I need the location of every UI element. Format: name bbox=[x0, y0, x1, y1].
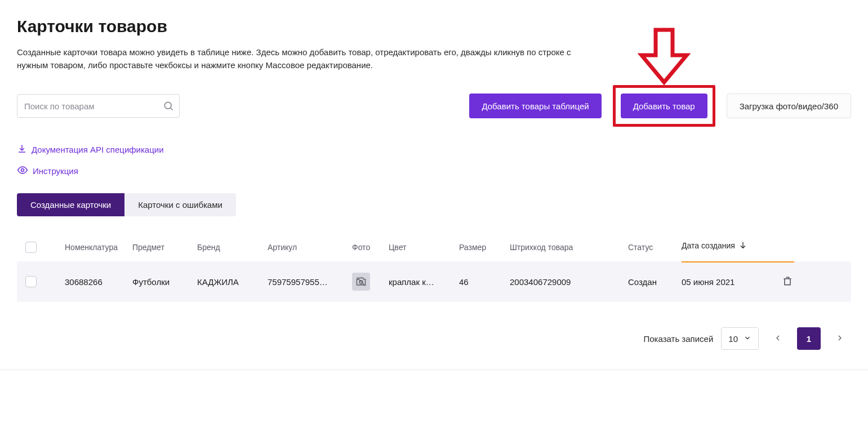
chevron-right-icon bbox=[835, 333, 844, 344]
cell-status: Создан bbox=[628, 277, 682, 287]
add-products-table-button[interactable]: Добавить товары таблицей bbox=[469, 94, 601, 118]
cell-article: 75975957955… bbox=[268, 277, 352, 287]
col-size[interactable]: Размер bbox=[459, 243, 510, 252]
page-title: Карточки товаров bbox=[17, 17, 851, 36]
next-page-button[interactable] bbox=[829, 327, 851, 350]
action-row: Добавить товары таблицей Добавить товар … bbox=[17, 85, 851, 127]
prev-page-button[interactable] bbox=[767, 327, 789, 350]
cell-subject: Футболки bbox=[132, 277, 197, 287]
api-doc-link[interactable]: Документация API спецификации bbox=[17, 144, 164, 155]
chevron-down-icon bbox=[744, 334, 751, 344]
col-photo[interactable]: Фото bbox=[352, 243, 389, 252]
tab-created-cards[interactable]: Созданные карточки bbox=[17, 193, 124, 216]
cell-brand: КАДЖИЛА bbox=[197, 277, 268, 287]
chevron-left-icon bbox=[773, 333, 782, 344]
search-wrap bbox=[17, 94, 180, 118]
row-checkbox[interactable] bbox=[25, 276, 37, 287]
eye-icon bbox=[17, 164, 28, 177]
arrow-down-icon bbox=[633, 27, 695, 86]
instruction-label: Инструкция bbox=[33, 166, 78, 176]
page-description: Созданные карточки товара можно увидеть … bbox=[17, 46, 591, 72]
page-size-value: 10 bbox=[728, 334, 738, 344]
upload-media-button[interactable]: Загрузка фото/видео/360 bbox=[727, 94, 851, 118]
svg-point-0 bbox=[164, 102, 171, 109]
highlight-annotation: Добавить товар bbox=[613, 85, 715, 127]
bottom-divider bbox=[0, 370, 868, 370]
products-table: Номенклатура Предмет Бренд Артикул Фото … bbox=[17, 233, 851, 302]
api-doc-label: Документация API спецификации bbox=[32, 145, 164, 154]
cell-created: 05 июня 2021 bbox=[682, 277, 777, 287]
select-all-checkbox[interactable] bbox=[25, 242, 37, 253]
col-brand[interactable]: Бренд bbox=[197, 243, 268, 252]
col-created-date[interactable]: Дата создания bbox=[682, 241, 777, 255]
help-links: Документация API спецификации Инструкция bbox=[17, 144, 851, 177]
pagination: Показать записей 10 1 bbox=[17, 324, 851, 353]
search-input[interactable] bbox=[17, 94, 180, 118]
col-created-label: Дата создания bbox=[682, 241, 735, 250]
col-subject[interactable]: Предмет bbox=[132, 243, 197, 252]
no-photo-icon bbox=[352, 273, 370, 291]
search-icon bbox=[163, 100, 174, 112]
page-number-1[interactable]: 1 bbox=[797, 327, 821, 350]
table-header: Номенклатура Предмет Бренд Артикул Фото … bbox=[17, 233, 851, 261]
delete-row-button[interactable] bbox=[777, 272, 798, 292]
instruction-link[interactable]: Инструкция bbox=[17, 164, 78, 177]
svg-point-2 bbox=[21, 169, 24, 172]
col-status[interactable]: Статус bbox=[628, 243, 682, 252]
col-nomenclature[interactable]: Номенклатура bbox=[65, 243, 132, 252]
col-color[interactable]: Цвет bbox=[389, 243, 459, 252]
page-size-select[interactable]: 10 bbox=[721, 327, 759, 350]
cell-barcode: 2003406729009 bbox=[510, 277, 628, 287]
tab-error-cards[interactable]: Карточки с ошибками bbox=[124, 193, 236, 216]
col-barcode[interactable]: Штрихкод товара bbox=[510, 243, 628, 252]
download-icon bbox=[17, 144, 27, 155]
table-row[interactable]: 30688266 Футболки КАДЖИЛА 75975957955… к… bbox=[17, 261, 851, 302]
page-size-label: Показать записей bbox=[643, 334, 713, 344]
col-article[interactable]: Артикул bbox=[268, 243, 352, 252]
cell-nomenclature: 30688266 bbox=[65, 277, 132, 287]
cell-size: 46 bbox=[459, 277, 510, 287]
cell-color: краплак к… bbox=[389, 277, 459, 287]
add-product-button[interactable]: Добавить товар bbox=[621, 94, 707, 118]
trash-icon bbox=[782, 275, 793, 288]
svg-line-1 bbox=[171, 108, 173, 110]
tabs: Созданные карточки Карточки с ошибками bbox=[17, 193, 236, 216]
sort-desc-icon bbox=[738, 241, 747, 251]
